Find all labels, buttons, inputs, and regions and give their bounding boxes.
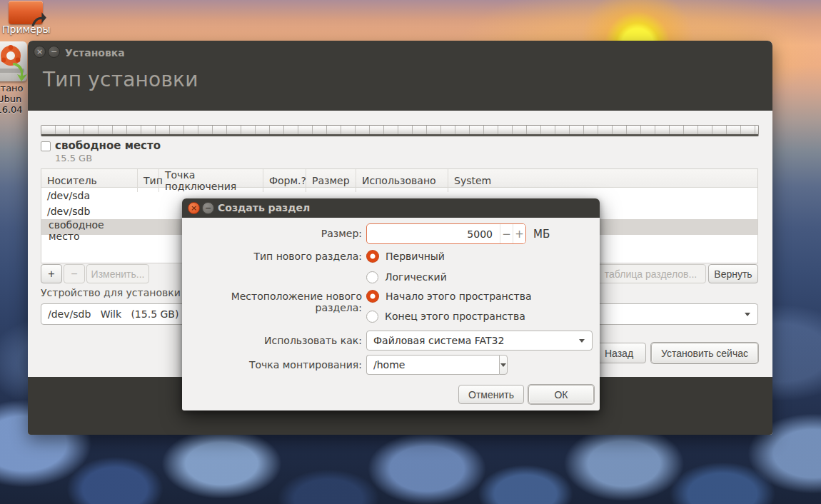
dialog-minimize-button[interactable]: − <box>202 202 214 214</box>
radio-label: Начало этого пространства <box>386 291 531 302</box>
size-decrement-button[interactable]: − <box>500 224 513 243</box>
partition-bar[interactable] <box>41 125 759 136</box>
desktop-icon-examples[interactable]: Примеры <box>2 1 49 35</box>
device-cell: свободное место <box>41 219 138 242</box>
location-label: Местоположение нового раздела: <box>188 291 362 313</box>
table-header-row: НосительТипТочка подключенияФорм.?Размер… <box>41 169 757 188</box>
revert-button[interactable]: Вернуть <box>708 264 758 283</box>
shortcut-arrow-icon <box>29 10 47 29</box>
radio-selected-icon <box>366 250 379 263</box>
minimize-button[interactable]: − <box>48 46 60 58</box>
free-space-checkbox[interactable] <box>41 141 51 151</box>
chevron-down-icon <box>579 339 585 343</box>
back-button[interactable]: Назад <box>592 343 646 363</box>
install-ubuntu-icon <box>0 41 27 81</box>
use-as-value: Файловая система FAT32 <box>373 335 504 346</box>
radio-end[interactable]: Конец этого пространства <box>366 308 525 324</box>
radio-unselected-icon <box>366 271 378 283</box>
chevron-down-icon <box>500 363 506 367</box>
free-space-size: 15.5 GB <box>55 153 92 163</box>
radio-unselected-icon <box>366 311 378 323</box>
close-icon: × <box>36 48 43 56</box>
dialog-title: Создать раздел <box>218 202 310 213</box>
window-titlebar: × − Установка <box>28 41 772 65</box>
radio-label: Логический <box>385 271 447 283</box>
chevron-down-icon <box>745 313 750 316</box>
desktop-icon-label-line: стано <box>0 83 30 94</box>
radio-label: Конец этого пространства <box>385 311 525 322</box>
use-as-select[interactable]: Файловая система FAT32 <box>366 331 593 351</box>
free-space-label: свободное место <box>55 139 161 152</box>
boot-device-label: Устройство для установки с <box>41 287 189 298</box>
partition-type-label: Тип нового раздела: <box>188 251 362 262</box>
ok-button[interactable]: ОК <box>528 385 594 404</box>
window-title: Установка <box>65 47 125 59</box>
new-partition-table-button[interactable]: таблица разделов... <box>595 264 706 283</box>
dialog-titlebar: × − Создать раздел <box>182 198 600 218</box>
folder-shortcut-icon <box>9 1 43 24</box>
minimize-icon: − <box>205 204 211 212</box>
mount-point-dropdown-button[interactable] <box>499 355 508 375</box>
empty-cell <box>138 219 159 242</box>
radio-beginning[interactable]: Начало этого пространства <box>366 288 531 304</box>
radio-primary[interactable]: Первичный <box>366 248 445 264</box>
add-partition-button[interactable]: + <box>41 264 62 283</box>
use-as-label: Использовать как: <box>188 335 362 346</box>
window-header: Тип установки <box>28 65 772 111</box>
page-title: Тип установки <box>43 68 198 91</box>
screen: Примеры стано Ubun 16.04 × − Установка Т… <box>0 0 821 504</box>
boot-device-value: /dev/sdb Wilk (15.5 GB) <box>48 308 178 320</box>
mount-point-label: Точка монтирования: <box>188 359 362 371</box>
desktop-icon-label-line: Ubun <box>0 94 30 104</box>
change-partition-button[interactable]: Изменить... <box>86 264 149 283</box>
dialog-close-button[interactable]: × <box>188 202 200 214</box>
install-now-button[interactable]: Установить сейчас <box>651 343 758 363</box>
close-button[interactable]: × <box>34 46 46 58</box>
empty-cell <box>138 188 159 203</box>
size-unit-label: МБ <box>533 228 550 241</box>
desktop-icon-label-line: 16.04 <box>0 104 30 115</box>
radio-selected-icon <box>366 290 379 303</box>
size-spinbox: − + <box>366 223 526 244</box>
radio-label: Первичный <box>386 251 445 262</box>
radio-logical[interactable]: Логический <box>366 269 447 285</box>
size-input[interactable] <box>367 224 500 243</box>
device-cell: /dev/sda <box>41 188 138 203</box>
cancel-button[interactable]: Отменить <box>458 385 524 404</box>
desktop-icon-install-ubuntu[interactable]: стано Ubun 16.04 <box>0 41 30 115</box>
mount-point-combo <box>366 355 508 375</box>
size-label: Размер: <box>188 228 362 239</box>
device-cell: /dev/sdb <box>41 203 138 219</box>
create-partition-dialog: × − Создать раздел Размер: − + МБ Тип но… <box>182 198 600 410</box>
close-icon: × <box>191 204 197 212</box>
minimize-icon: − <box>51 48 57 56</box>
remove-partition-button[interactable]: − <box>64 264 85 283</box>
mount-point-input[interactable] <box>366 355 499 375</box>
empty-cell <box>138 203 159 219</box>
size-increment-button[interactable]: + <box>513 224 525 243</box>
